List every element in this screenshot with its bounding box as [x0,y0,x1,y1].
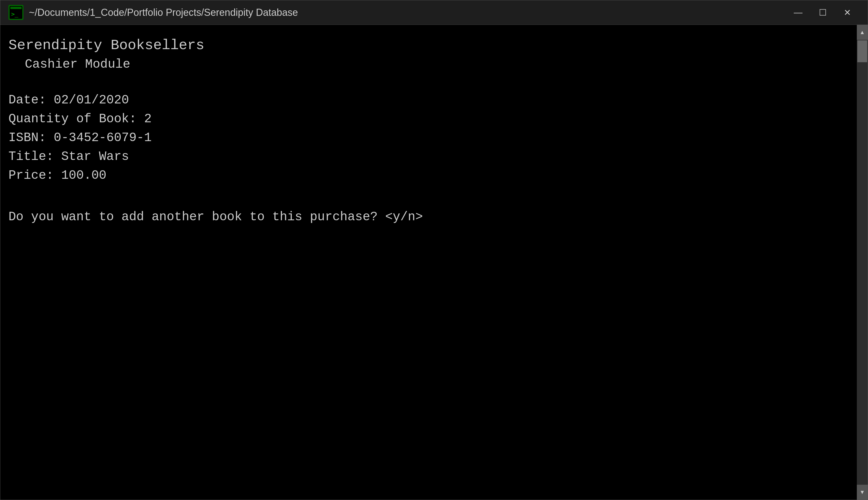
title-bar: >_ ~/Documents/1_Code/Portfolio Projects… [0,0,868,25]
scroll-thumb[interactable] [857,41,867,62]
svg-text:>_: >_ [11,11,19,18]
svg-rect-2 [10,7,22,9]
window-controls: — ☐ ✕ [786,0,859,25]
window-title: ~/Documents/1_Code/Portfolio Projects/Se… [29,7,786,18]
spacer-2 [9,185,849,203]
terminal-window: >_ ~/Documents/1_Code/Portfolio Projects… [0,0,868,500]
app-name: Serendipity Booksellers [9,36,849,56]
scroll-up-button[interactable]: ▲ [857,25,868,40]
title-line: Title: Star Wars [9,147,849,166]
terminal-icon: >_ [9,5,23,20]
maximize-button[interactable]: ☐ [810,0,835,25]
main-area: Serendipity Booksellers Cashier Module D… [0,25,868,500]
isbn-line: ISBN: 0-3452-6079-1 [9,128,849,147]
quantity-line: Quantity of Book: 2 [9,110,849,128]
scrollbar: ▲ ▼ [857,25,868,500]
minimize-button[interactable]: — [786,0,810,25]
price-line: Price: 100.00 [9,166,849,185]
terminal-content[interactable]: Serendipity Booksellers Cashier Module D… [0,25,857,500]
spacer-1 [9,73,849,91]
close-button[interactable]: ✕ [835,0,859,25]
prompt-text: Do you want to add another book to this … [9,208,849,226]
date-line: Date: 02/01/2020 [9,91,849,110]
module-name: Cashier Module [25,56,849,73]
scroll-track[interactable] [857,40,868,485]
scroll-down-button[interactable]: ▼ [857,485,868,500]
